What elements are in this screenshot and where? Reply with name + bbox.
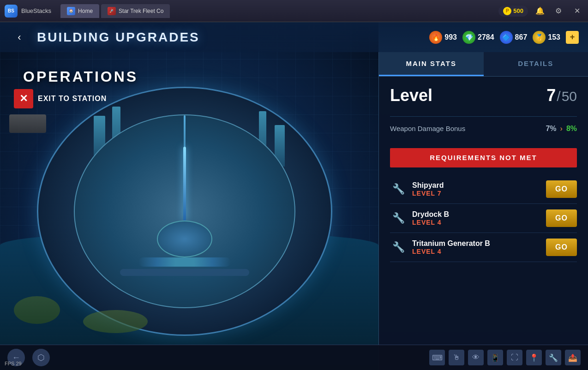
stat-arrow-icon: ›: [560, 125, 563, 133]
req-info-drydock: Drydock B LEVEL 4: [412, 210, 540, 226]
exit-x-icon: ✕: [14, 89, 33, 108]
stat-name-weapon-damage: Weapon Damage Bonus: [390, 124, 465, 133]
bluestacks-brand: BlueStacks: [21, 7, 51, 14]
level-slash: /: [557, 89, 560, 104]
center-tower-beam: [183, 147, 186, 221]
req-name-drydock: Drydock B: [412, 210, 540, 219]
tab-details[interactable]: DETAILS: [484, 52, 588, 76]
latinum-resource: 🥇 153: [533, 31, 560, 44]
req-wrench-icon-2: 🔧: [390, 210, 407, 227]
coins-value: 500: [513, 7, 523, 14]
close-icon[interactable]: ✕: [570, 5, 583, 18]
stat-current-value: 7%: [546, 125, 556, 133]
station-visual: [23, 78, 346, 345]
coin-icon: P: [503, 7, 511, 15]
dilithium-resource: 💎 2784: [462, 31, 494, 44]
nav-home-button[interactable]: ⬡: [32, 349, 50, 366]
tab-home[interactable]: 🏠 Home: [60, 4, 99, 18]
terrain-2: [83, 310, 148, 333]
level-max: 50: [562, 89, 577, 104]
req-info-tritanium-gen: Tritanium Generator B LEVEL 4: [412, 239, 540, 255]
expand-icon[interactable]: ⛶: [507, 350, 522, 365]
crystal-value: 867: [515, 33, 528, 42]
bluestacks-topbar: BS BlueStacks 🏠 Home 🚀 Star Trek Fleet C…: [0, 0, 588, 22]
req-level-shipyard: LEVEL 7: [412, 190, 540, 197]
settings-icon[interactable]: ⚙: [552, 5, 565, 18]
tab-game-label: Star Trek Fleet Co: [119, 8, 163, 14]
req-level-drydock: LEVEL 4: [412, 219, 540, 226]
resources-bar: 🔥 993 💎 2784 🔷 867 🥇 153 +: [429, 31, 579, 44]
level-row: Level 7 / 50: [390, 86, 577, 105]
req-name-tritanium-gen: Tritanium Generator B: [412, 239, 540, 248]
req-item-drydock: 🔧 Drydock B LEVEL 4 GO: [390, 204, 577, 233]
add-resources-button[interactable]: +: [566, 31, 579, 44]
rock-formation: [9, 114, 46, 133]
topbar-right-icons: P 500 🔔 ⚙ ✕: [498, 5, 583, 18]
tritanium-icon: 🔥: [429, 31, 442, 44]
req-item-tritanium-gen: 🔧 Tritanium Generator B LEVEL 4 GO: [390, 233, 577, 262]
location-icon[interactable]: 📍: [526, 350, 542, 365]
level-label: Level: [390, 86, 432, 105]
share-icon[interactable]: 📤: [565, 350, 581, 365]
go-button-tritanium-gen[interactable]: GO: [546, 239, 577, 256]
tab-game[interactable]: 🚀 Star Trek Fleet Co: [101, 4, 170, 18]
mouse-icon[interactable]: 🖱: [449, 350, 464, 365]
exit-label: EXIT TO STATION: [38, 95, 107, 103]
dilithium-icon: 💎: [462, 31, 475, 44]
platform-outer: [37, 87, 332, 336]
req-level-tritanium-gen: LEVEL 4: [412, 248, 540, 255]
tritanium-value: 993: [444, 33, 457, 42]
page-title: BUILDING UPGRADES: [37, 30, 429, 45]
stat-values-weapon-damage: 7% › 8%: [546, 125, 577, 133]
crystal-resource: 🔷 867: [500, 31, 528, 44]
req-item-shipyard: 🔧 Shipyard LEVEL 7 GO: [390, 175, 577, 204]
level-current: 7: [546, 86, 556, 105]
tritanium-resource: 🔥 993: [429, 31, 457, 44]
tab-details-label: DETAILS: [518, 60, 553, 67]
dilithium-value: 2784: [478, 33, 494, 42]
game-icon: 🚀: [108, 7, 116, 15]
terrain-1: [14, 296, 60, 324]
panel-content: Level 7 / 50 Weapon Damage Bonus 7% › 8%…: [379, 77, 588, 370]
crystal-icon: 🔷: [500, 31, 513, 44]
bluestacks-logo: BS: [5, 5, 18, 18]
stat-weapon-damage: Weapon Damage Bonus 7% › 8%: [390, 116, 577, 141]
coins-display: P 500: [498, 6, 528, 17]
center-structure: [120, 147, 249, 276]
go-button-shipyard[interactable]: GO: [546, 180, 577, 198]
requirements-banner-text: REQUIREMENTS NOT MET: [430, 154, 537, 161]
game-area: ‹ BUILDING UPGRADES 🔥 993 💎 2784 🔷 867 🥇…: [0, 22, 588, 370]
right-panel: MAIN STATS DETAILS Level 7 / 50 Weapon D…: [378, 52, 588, 370]
level-value-group: 7 / 50: [546, 86, 577, 105]
back-button[interactable]: ‹: [9, 27, 30, 48]
home-icon: 🏠: [67, 7, 75, 15]
requirements-banner: REQUIREMENTS NOT MET: [390, 148, 577, 167]
panel-tabs: MAIN STATS DETAILS: [379, 52, 588, 77]
go-button-drydock[interactable]: GO: [546, 209, 577, 227]
screen-icon[interactable]: 📱: [487, 350, 503, 365]
tab-main-stats[interactable]: MAIN STATS: [379, 52, 484, 76]
section-title: OPERATIONS: [23, 68, 138, 85]
req-info-shipyard: Shipyard LEVEL 7: [412, 181, 540, 197]
stat-next-value: 8%: [566, 125, 577, 133]
tools-icon[interactable]: 🔧: [546, 350, 561, 365]
keyboard-icon[interactable]: ⌨: [429, 350, 445, 365]
game-header: ‹ BUILDING UPGRADES 🔥 993 💎 2784 🔷 867 🥇…: [0, 22, 588, 52]
center-dome: [157, 221, 212, 257]
latinum-icon: 🥇: [533, 31, 546, 44]
fps-value: 29: [16, 361, 21, 366]
req-wrench-icon-3: 🔧: [390, 239, 407, 256]
bottom-right-icons: ⌨ 🖱 👁 📱 ⛶ 📍 🔧 📤: [429, 350, 581, 365]
platform-inner: [74, 114, 295, 308]
notification-icon[interactable]: 🔔: [534, 5, 546, 18]
tab-main-stats-label: MAIN STATS: [406, 60, 456, 67]
exit-to-station-button[interactable]: ✕ EXIT TO STATION: [14, 89, 107, 108]
fps-display: FPS 29: [5, 361, 22, 366]
eye-icon[interactable]: 👁: [468, 350, 484, 365]
bottom-bar: ← ⬡ FPS 29 ⌨ 🖱 👁 📱 ⛶ 📍 🔧 📤: [0, 345, 588, 370]
latinum-value: 153: [548, 33, 560, 42]
req-name-shipyard: Shipyard: [412, 181, 540, 190]
platform-base: [120, 269, 249, 276]
fps-label: FPS: [5, 361, 14, 366]
req-wrench-icon-1: 🔧: [390, 181, 407, 197]
